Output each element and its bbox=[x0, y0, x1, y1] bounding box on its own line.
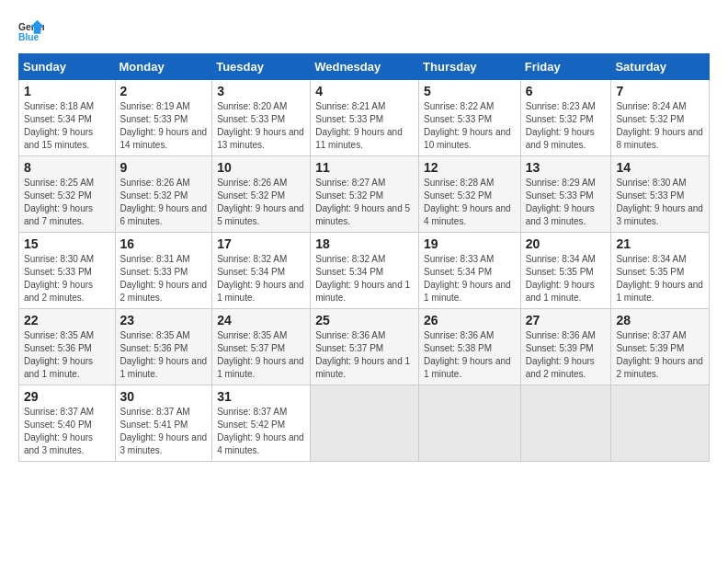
day-info: Sunrise: 8:37 AM Sunset: 5:41 PM Dayligh… bbox=[120, 406, 208, 457]
day-number: 2 bbox=[120, 84, 208, 98]
column-header-thursday: Thursday bbox=[419, 54, 521, 80]
day-info: Sunrise: 8:35 AM Sunset: 5:36 PM Dayligh… bbox=[24, 329, 110, 381]
day-number: 4 bbox=[315, 84, 414, 98]
day-number: 25 bbox=[315, 313, 414, 327]
calendar-cell: 21Sunrise: 8:34 AM Sunset: 5:35 PM Dayli… bbox=[611, 233, 710, 309]
calendar-cell: 3Sunrise: 8:20 AM Sunset: 5:33 PM Daylig… bbox=[212, 80, 311, 156]
calendar-cell: 1Sunrise: 8:18 AM Sunset: 5:34 PM Daylig… bbox=[19, 80, 116, 156]
calendar-week-row: 15Sunrise: 8:30 AM Sunset: 5:33 PM Dayli… bbox=[19, 233, 710, 309]
day-info: Sunrise: 8:19 AM Sunset: 5:33 PM Dayligh… bbox=[120, 100, 208, 152]
column-header-monday: Monday bbox=[115, 54, 212, 80]
calendar-cell: 28Sunrise: 8:37 AM Sunset: 5:39 PM Dayli… bbox=[611, 309, 710, 385]
day-info: Sunrise: 8:32 AM Sunset: 5:34 PM Dayligh… bbox=[315, 253, 414, 304]
day-number: 28 bbox=[616, 313, 704, 327]
day-info: Sunrise: 8:33 AM Sunset: 5:34 PM Dayligh… bbox=[424, 253, 516, 304]
calendar-cell: 24Sunrise: 8:35 AM Sunset: 5:37 PM Dayli… bbox=[212, 309, 311, 385]
day-number: 24 bbox=[217, 313, 305, 327]
day-number: 26 bbox=[424, 313, 516, 327]
day-info: Sunrise: 8:34 AM Sunset: 5:35 PM Dayligh… bbox=[526, 253, 607, 304]
calendar-cell bbox=[520, 385, 611, 462]
calendar-header-row: SundayMondayTuesdayWednesdayThursdayFrid… bbox=[19, 54, 710, 80]
day-info: Sunrise: 8:31 AM Sunset: 5:33 PM Dayligh… bbox=[120, 253, 208, 304]
day-info: Sunrise: 8:30 AM Sunset: 5:33 PM Dayligh… bbox=[24, 253, 110, 304]
calendar-cell: 25Sunrise: 8:36 AM Sunset: 5:37 PM Dayli… bbox=[311, 309, 419, 385]
day-info: Sunrise: 8:30 AM Sunset: 5:33 PM Dayligh… bbox=[616, 177, 704, 228]
column-header-wednesday: Wednesday bbox=[311, 54, 419, 80]
calendar-cell bbox=[311, 385, 419, 462]
day-number: 29 bbox=[24, 389, 110, 404]
calendar-cell: 4Sunrise: 8:21 AM Sunset: 5:33 PM Daylig… bbox=[311, 80, 419, 156]
calendar-week-row: 8Sunrise: 8:25 AM Sunset: 5:32 PM Daylig… bbox=[19, 156, 710, 233]
day-info: Sunrise: 8:23 AM Sunset: 5:32 PM Dayligh… bbox=[526, 100, 607, 152]
calendar-week-row: 22Sunrise: 8:35 AM Sunset: 5:36 PM Dayli… bbox=[19, 309, 710, 385]
day-info: Sunrise: 8:27 AM Sunset: 5:32 PM Dayligh… bbox=[315, 177, 414, 228]
day-number: 6 bbox=[526, 84, 607, 98]
column-header-sunday: Sunday bbox=[19, 54, 116, 80]
day-number: 27 bbox=[526, 313, 607, 327]
day-info: Sunrise: 8:37 AM Sunset: 5:39 PM Dayligh… bbox=[616, 329, 704, 381]
calendar-cell: 22Sunrise: 8:35 AM Sunset: 5:36 PM Dayli… bbox=[19, 309, 116, 385]
day-number: 14 bbox=[616, 160, 704, 175]
day-info: Sunrise: 8:18 AM Sunset: 5:34 PM Dayligh… bbox=[24, 100, 110, 152]
day-info: Sunrise: 8:36 AM Sunset: 5:39 PM Dayligh… bbox=[526, 329, 607, 381]
calendar-table: SundayMondayTuesdayWednesdayThursdayFrid… bbox=[18, 53, 710, 462]
day-info: Sunrise: 8:35 AM Sunset: 5:37 PM Dayligh… bbox=[217, 329, 305, 381]
day-info: Sunrise: 8:32 AM Sunset: 5:34 PM Dayligh… bbox=[217, 253, 305, 304]
day-info: Sunrise: 8:25 AM Sunset: 5:32 PM Dayligh… bbox=[24, 177, 110, 228]
calendar-cell: 5Sunrise: 8:22 AM Sunset: 5:33 PM Daylig… bbox=[419, 80, 521, 156]
day-number: 1 bbox=[24, 84, 110, 98]
day-number: 3 bbox=[217, 84, 305, 98]
day-info: Sunrise: 8:21 AM Sunset: 5:33 PM Dayligh… bbox=[315, 100, 414, 152]
calendar-cell bbox=[419, 385, 521, 462]
calendar-cell: 16Sunrise: 8:31 AM Sunset: 5:33 PM Dayli… bbox=[115, 233, 212, 309]
day-number: 31 bbox=[217, 389, 305, 404]
day-info: Sunrise: 8:35 AM Sunset: 5:36 PM Dayligh… bbox=[120, 329, 208, 381]
day-number: 22 bbox=[24, 313, 110, 327]
day-info: Sunrise: 8:26 AM Sunset: 5:32 PM Dayligh… bbox=[217, 177, 305, 228]
day-number: 19 bbox=[424, 236, 516, 251]
day-number: 23 bbox=[120, 313, 208, 327]
day-number: 13 bbox=[526, 160, 607, 175]
calendar-cell: 10Sunrise: 8:26 AM Sunset: 5:32 PM Dayli… bbox=[212, 156, 311, 233]
calendar-cell: 14Sunrise: 8:30 AM Sunset: 5:33 PM Dayli… bbox=[611, 156, 710, 233]
calendar-cell: 20Sunrise: 8:34 AM Sunset: 5:35 PM Dayli… bbox=[520, 233, 611, 309]
calendar-cell: 29Sunrise: 8:37 AM Sunset: 5:40 PM Dayli… bbox=[19, 385, 116, 462]
calendar-week-row: 29Sunrise: 8:37 AM Sunset: 5:40 PM Dayli… bbox=[19, 385, 710, 462]
day-number: 5 bbox=[424, 84, 516, 98]
calendar-cell: 13Sunrise: 8:29 AM Sunset: 5:33 PM Dayli… bbox=[520, 156, 611, 233]
day-number: 8 bbox=[24, 160, 110, 175]
day-info: Sunrise: 8:34 AM Sunset: 5:35 PM Dayligh… bbox=[616, 253, 704, 304]
day-info: Sunrise: 8:26 AM Sunset: 5:32 PM Dayligh… bbox=[120, 177, 208, 228]
column-header-tuesday: Tuesday bbox=[212, 54, 311, 80]
day-info: Sunrise: 8:37 AM Sunset: 5:40 PM Dayligh… bbox=[24, 406, 110, 457]
day-info: Sunrise: 8:29 AM Sunset: 5:33 PM Dayligh… bbox=[526, 177, 607, 228]
day-info: Sunrise: 8:37 AM Sunset: 5:42 PM Dayligh… bbox=[217, 406, 305, 457]
page-header: General Blue bbox=[18, 18, 710, 44]
day-number: 10 bbox=[217, 160, 305, 175]
day-number: 18 bbox=[315, 236, 414, 251]
calendar-cell: 11Sunrise: 8:27 AM Sunset: 5:32 PM Dayli… bbox=[311, 156, 419, 233]
day-number: 9 bbox=[120, 160, 208, 175]
svg-text:Blue: Blue bbox=[18, 32, 40, 42]
calendar-cell: 12Sunrise: 8:28 AM Sunset: 5:32 PM Dayli… bbox=[419, 156, 521, 233]
calendar-cell: 17Sunrise: 8:32 AM Sunset: 5:34 PM Dayli… bbox=[212, 233, 311, 309]
day-number: 15 bbox=[24, 236, 110, 251]
calendar-cell: 27Sunrise: 8:36 AM Sunset: 5:39 PM Dayli… bbox=[520, 309, 611, 385]
column-header-friday: Friday bbox=[520, 54, 611, 80]
day-info: Sunrise: 8:20 AM Sunset: 5:33 PM Dayligh… bbox=[217, 100, 305, 152]
day-number: 16 bbox=[120, 236, 208, 251]
day-number: 30 bbox=[120, 389, 208, 404]
calendar-cell: 30Sunrise: 8:37 AM Sunset: 5:41 PM Dayli… bbox=[115, 385, 212, 462]
calendar-cell: 6Sunrise: 8:23 AM Sunset: 5:32 PM Daylig… bbox=[520, 80, 611, 156]
day-number: 11 bbox=[315, 160, 414, 175]
day-info: Sunrise: 8:36 AM Sunset: 5:37 PM Dayligh… bbox=[315, 329, 414, 381]
column-header-saturday: Saturday bbox=[611, 54, 710, 80]
calendar-cell: 15Sunrise: 8:30 AM Sunset: 5:33 PM Dayli… bbox=[19, 233, 116, 309]
calendar-cell: 7Sunrise: 8:24 AM Sunset: 5:32 PM Daylig… bbox=[611, 80, 710, 156]
calendar-cell bbox=[611, 385, 710, 462]
day-info: Sunrise: 8:24 AM Sunset: 5:32 PM Dayligh… bbox=[616, 100, 704, 152]
calendar-cell: 8Sunrise: 8:25 AM Sunset: 5:32 PM Daylig… bbox=[19, 156, 116, 233]
calendar-cell: 2Sunrise: 8:19 AM Sunset: 5:33 PM Daylig… bbox=[115, 80, 212, 156]
day-number: 17 bbox=[217, 236, 305, 251]
logo: General Blue bbox=[18, 18, 48, 44]
